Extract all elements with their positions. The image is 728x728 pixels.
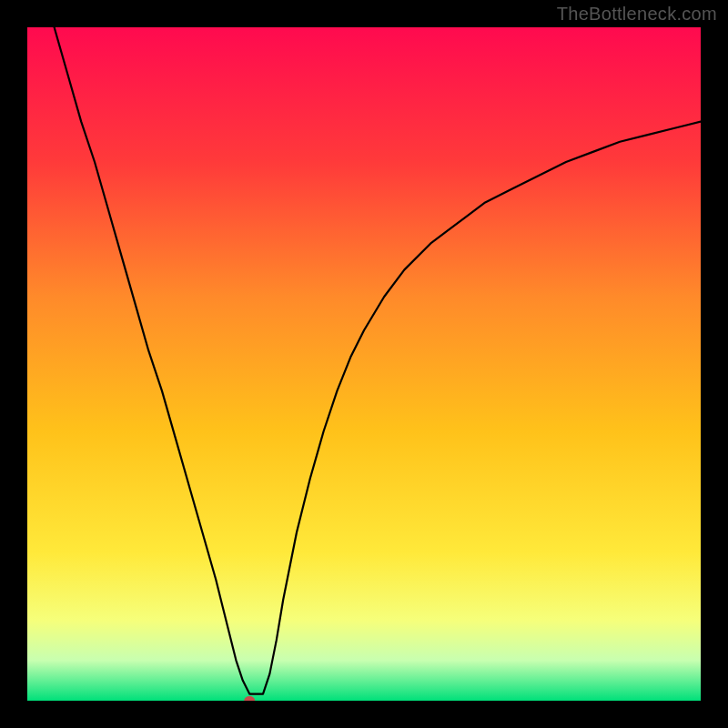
chart-svg: [27, 27, 701, 701]
chart-container: TheBottleneck.com: [0, 0, 728, 728]
chart-background: [27, 27, 701, 701]
watermark-text: TheBottleneck.com: [557, 4, 717, 25]
plot-area: [27, 27, 701, 701]
